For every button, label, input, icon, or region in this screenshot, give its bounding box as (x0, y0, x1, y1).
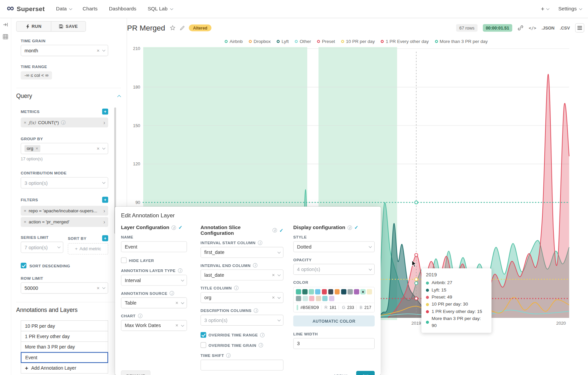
series-limit-select[interactable]: 7 option(s) (21, 242, 63, 253)
info-icon[interactable]: i (258, 240, 262, 245)
time-grain-select[interactable]: month × (21, 45, 108, 56)
filter-chip[interactable]: ×action = 'pr_merged'› (21, 217, 108, 227)
info-icon[interactable]: i (254, 308, 258, 313)
row-limit-select[interactable]: 50000 × (21, 282, 108, 294)
info-icon[interactable]: i (259, 343, 263, 347)
remove-filter-icon[interactable]: × (24, 219, 26, 225)
clear-icon[interactable]: × (272, 272, 275, 277)
info-icon[interactable]: i (260, 333, 265, 337)
chart-menu-button[interactable] (575, 23, 584, 33)
export-csv-button[interactable]: .CSV (560, 25, 570, 30)
sort-descending-checkbox[interactable] (21, 263, 26, 268)
interval-end-select[interactable]: last_date × (201, 269, 283, 280)
add-annotation-layer-button[interactable]: + Add Annotation Layer (21, 363, 108, 374)
automatic-color-button[interactable]: AUTOMATIC COLOR (293, 316, 375, 327)
add-new-button[interactable]: + (541, 5, 548, 12)
save-button[interactable]: SAVE (51, 21, 86, 31)
chart-select[interactable]: Max Work Dates × (121, 320, 187, 331)
group-by-select[interactable]: org × × (21, 143, 108, 154)
color-swatch[interactable] (329, 296, 334, 301)
ok-button[interactable]: OK (356, 371, 375, 375)
annotation-source-select[interactable]: Table × (121, 298, 187, 309)
info-icon[interactable]: i (253, 263, 257, 267)
clear-icon[interactable]: × (272, 295, 275, 300)
description-columns-select[interactable]: 3 option(s) (201, 315, 283, 326)
interval-start-select[interactable]: first_date (201, 247, 283, 258)
color-swatch[interactable] (328, 289, 333, 294)
color-swatch[interactable] (367, 289, 372, 294)
hex-value[interactable]: #B5E9D9 (300, 305, 319, 310)
legend-item[interactable]: Other (295, 39, 311, 44)
line-width-input[interactable]: 3 (293, 338, 375, 349)
collapse-section-icon[interactable] (117, 95, 121, 99)
override-time-range-checkbox[interactable] (201, 332, 206, 338)
legend-item[interactable]: Airbnb (225, 39, 243, 44)
legend-item[interactable]: Preset (317, 39, 335, 44)
color-swatch[interactable] (303, 296, 308, 301)
annotation-layer-item[interactable]: More than 3 PR per day (21, 341, 108, 353)
color-swatch[interactable] (354, 289, 359, 294)
name-input[interactable]: Event (121, 241, 187, 252)
color-swatch[interactable] (309, 289, 314, 294)
apply-button[interactable]: APPLY (328, 371, 353, 375)
color-swatch[interactable] (302, 289, 307, 294)
nav-item-data[interactable]: Data (56, 6, 71, 12)
add-filter-button[interactable]: + (102, 197, 108, 203)
legend-item[interactable]: More than 3 PR per day (435, 39, 488, 44)
add-metric-button[interactable]: + (102, 109, 108, 115)
legend-item[interactable]: 10 PR per day (341, 39, 375, 44)
info-icon[interactable]: i (234, 286, 238, 290)
favorite-star-icon[interactable] (170, 25, 176, 31)
clear-icon[interactable]: × (97, 285, 100, 290)
annotation-layer-item[interactable]: 10 PR per day (21, 320, 108, 331)
override-time-grain-checkbox[interactable] (201, 342, 206, 348)
share-link-icon[interactable] (518, 25, 524, 31)
color-swatch[interactable] (335, 289, 340, 294)
blue-value[interactable]: 217 (364, 305, 371, 310)
view-query-icon[interactable]: </> (529, 25, 536, 31)
superset-logo[interactable]: ∞ Superset (7, 4, 45, 13)
annotation-layer-item[interactable]: Event (21, 352, 108, 363)
group-by-chip[interactable]: org × (24, 145, 41, 152)
opacity-select[interactable]: 4 option(s) (293, 264, 375, 275)
info-icon[interactable]: i (348, 225, 352, 229)
clear-icon[interactable]: × (175, 301, 178, 306)
legend-item[interactable]: Lyft (277, 39, 289, 44)
hide-layer-checkbox[interactable] (121, 258, 127, 263)
green-value[interactable]: 233 (347, 305, 354, 310)
filter-chip[interactable]: ×repo = 'apache/incubator-supers...› (21, 206, 108, 216)
color-swatch[interactable] (341, 289, 346, 294)
settings-menu[interactable]: Settings (558, 6, 581, 12)
info-icon[interactable]: i (273, 228, 277, 232)
style-select[interactable]: Dotted (293, 241, 375, 252)
time-range-value[interactable]: -∞ ≤ col < ∞ (21, 71, 52, 79)
dataset-table-icon[interactable] (3, 34, 8, 41)
export-json-button[interactable]: .JSON (541, 25, 554, 30)
add-sort-metric-button[interactable]: + (102, 235, 108, 241)
info-icon[interactable]: i (172, 225, 176, 229)
info-icon[interactable]: i (178, 268, 182, 273)
annotation-layer-item[interactable]: 1 PR Every other day (21, 331, 108, 342)
color-swatch[interactable] (322, 296, 328, 301)
nav-item-charts[interactable]: Charts (83, 6, 98, 12)
info-icon[interactable]: i (170, 291, 174, 296)
color-swatch[interactable] (361, 289, 366, 294)
altered-badge[interactable]: Altered (189, 24, 211, 31)
info-icon[interactable]: i (61, 120, 65, 124)
contribution-mode-select[interactable]: 3 option(s) (21, 177, 108, 189)
info-icon[interactable]: i (226, 353, 231, 358)
clear-icon[interactable]: × (175, 323, 178, 328)
color-swatch[interactable] (315, 289, 320, 294)
info-icon[interactable]: i (138, 314, 142, 318)
clear-icon[interactable]: × (97, 48, 100, 53)
color-swatch[interactable] (348, 289, 353, 294)
time-shift-input[interactable] (201, 360, 283, 371)
nav-item-sql-lab[interactable]: SQL Lab (148, 6, 172, 12)
title-column-select[interactable]: org × (201, 292, 283, 303)
color-swatch[interactable] (316, 296, 321, 301)
clear-icon[interactable]: × (97, 146, 100, 151)
red-value[interactable]: 181 (329, 305, 336, 310)
color-swatch[interactable] (322, 289, 327, 294)
legend-item[interactable]: 1 PR Every other day (381, 39, 429, 44)
remove-metric-icon[interactable]: × (24, 120, 26, 125)
